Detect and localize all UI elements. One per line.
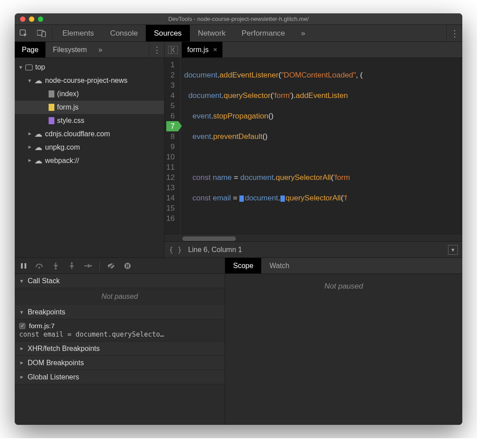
editor-statusbar: { } Line 6, Column 1 ▼ xyxy=(164,241,462,257)
minimize-icon[interactable] xyxy=(29,16,34,22)
dom-breakpoints-header[interactable]: ▼DOM Breakpoints xyxy=(15,356,225,370)
editor-area: form.js × 123456 7 8910111213141516 docu… xyxy=(164,42,462,257)
horizontal-scrollbar[interactable] xyxy=(164,235,462,241)
exec-marker-icon xyxy=(239,195,244,202)
call-stack-status: Not paused xyxy=(15,288,225,305)
step-icon[interactable] xyxy=(83,263,92,269)
tree-file-stylecss[interactable]: style.css xyxy=(15,114,164,127)
breakpoint-marker[interactable]: 7 xyxy=(166,121,178,131)
tab-watch[interactable]: Watch xyxy=(261,258,297,273)
tab-performance[interactable]: Performance xyxy=(234,25,293,41)
tab-network[interactable]: Network xyxy=(190,25,234,41)
svg-rect-13 xyxy=(126,264,127,268)
step-into-icon[interactable] xyxy=(51,262,60,269)
tree-top[interactable]: ▼ top xyxy=(15,61,164,74)
sidebar-more[interactable]: » xyxy=(94,42,107,57)
navigator-sidebar: Page Filesystem » ⋮ ▼ top ▼ node-course-… xyxy=(15,42,164,257)
pretty-print-icon[interactable]: { } xyxy=(169,245,182,254)
cloud-icon xyxy=(34,143,42,152)
file-icon xyxy=(49,117,54,124)
editor-nav-icons[interactable] xyxy=(164,42,182,57)
main-toolbar: Elements Console Sources Network Perform… xyxy=(15,25,462,42)
tab-console[interactable]: Console xyxy=(102,25,146,41)
step-out-icon[interactable] xyxy=(67,262,76,269)
tab-sources[interactable]: Sources xyxy=(146,25,189,41)
file-icon xyxy=(49,104,54,111)
close-icon[interactable]: × xyxy=(213,46,217,54)
cloud-icon xyxy=(34,77,42,85)
svg-point-8 xyxy=(55,268,57,269)
file-tree: ▼ top ▼ node-course-project-news (index)… xyxy=(15,58,164,257)
tab-scope[interactable]: Scope xyxy=(225,258,261,273)
inspect-element-icon[interactable] xyxy=(15,25,33,41)
tree-unpkg[interactable]: ▼ unpkg.com xyxy=(15,141,164,154)
svg-point-7 xyxy=(38,267,40,269)
svg-rect-14 xyxy=(128,264,129,268)
devtools-window: DevTools - node-course-project-newslette… xyxy=(15,13,462,425)
pause-on-exceptions-icon[interactable] xyxy=(123,262,132,269)
svg-point-10 xyxy=(90,265,92,267)
window-title: DevTools - node-course-project-newslette… xyxy=(15,16,462,22)
breakpoints-header[interactable]: ▼Breakpoints xyxy=(15,305,225,319)
exec-marker-icon xyxy=(280,195,285,202)
zoom-icon[interactable] xyxy=(38,16,43,22)
sidebar-menu-icon[interactable]: ⋮ xyxy=(149,42,164,57)
deactivate-breakpoints-icon[interactable] xyxy=(107,262,116,269)
sidebar-tab-filesystem[interactable]: Filesystem xyxy=(45,42,94,57)
scope-status: Not paused xyxy=(325,282,363,291)
svg-point-9 xyxy=(71,262,73,264)
line-gutter[interactable]: 123456 7 8910111213141516 xyxy=(164,58,181,235)
step-over-icon[interactable] xyxy=(35,263,44,269)
cursor-position: Line 6, Column 1 xyxy=(188,246,242,254)
titlebar[interactable]: DevTools - node-course-project-newslette… xyxy=(15,13,462,25)
svg-point-12 xyxy=(124,263,131,269)
pause-icon[interactable] xyxy=(19,263,28,269)
device-toggle-icon[interactable] xyxy=(33,25,50,41)
checkbox-icon[interactable]: ✓ xyxy=(19,323,25,329)
tree-cdnjs[interactable]: ▼ cdnjs.cloudflare.com xyxy=(15,127,164,141)
toolbar-menu-icon[interactable]: ⋮ xyxy=(446,25,462,41)
code-content[interactable]: document.addEventListener("DOMContentLoa… xyxy=(181,58,462,235)
debugger-pane: ▼Call Stack Not paused ▼Breakpoints ✓ fo… xyxy=(15,257,462,425)
tab-more[interactable]: » xyxy=(293,25,313,41)
file-tab-label: form.js xyxy=(187,46,209,54)
cloud-icon xyxy=(34,157,42,165)
tree-webpack[interactable]: ▼ webpack:// xyxy=(15,154,164,167)
breakpoint-item[interactable]: ✓ form.js:7 const email = document.query… xyxy=(15,319,225,342)
breakpoint-label: form.js:7 xyxy=(29,322,55,330)
tree-origin[interactable]: ▼ node-course-project-news xyxy=(15,74,164,87)
tree-file-index[interactable]: (index) xyxy=(15,87,164,101)
code-editor[interactable]: 123456 7 8910111213141516 document.addEv… xyxy=(164,58,462,235)
svg-rect-2 xyxy=(42,32,45,37)
folder-icon xyxy=(25,65,33,70)
file-icon xyxy=(49,90,54,98)
close-icon[interactable] xyxy=(20,16,25,22)
call-stack-header[interactable]: ▼Call Stack xyxy=(15,274,225,288)
sidebar-tab-page[interactable]: Page xyxy=(15,42,45,57)
toggle-drawer-icon[interactable]: ▼ xyxy=(448,245,458,255)
xhr-breakpoints-header[interactable]: ▼XHR/fetch Breakpoints xyxy=(15,342,225,356)
svg-rect-5 xyxy=(21,263,23,269)
tree-file-formjs[interactable]: form.js xyxy=(15,101,164,114)
global-listeners-header[interactable]: ▼Global Listeners xyxy=(15,370,225,384)
cloud-icon xyxy=(34,130,42,138)
tab-elements[interactable]: Elements xyxy=(54,25,102,41)
breakpoint-preview: const email = document.querySelecto… xyxy=(19,330,220,338)
debugger-toolbar xyxy=(15,258,225,274)
file-tab-formjs[interactable]: form.js × xyxy=(182,42,222,57)
svg-rect-6 xyxy=(25,263,26,269)
